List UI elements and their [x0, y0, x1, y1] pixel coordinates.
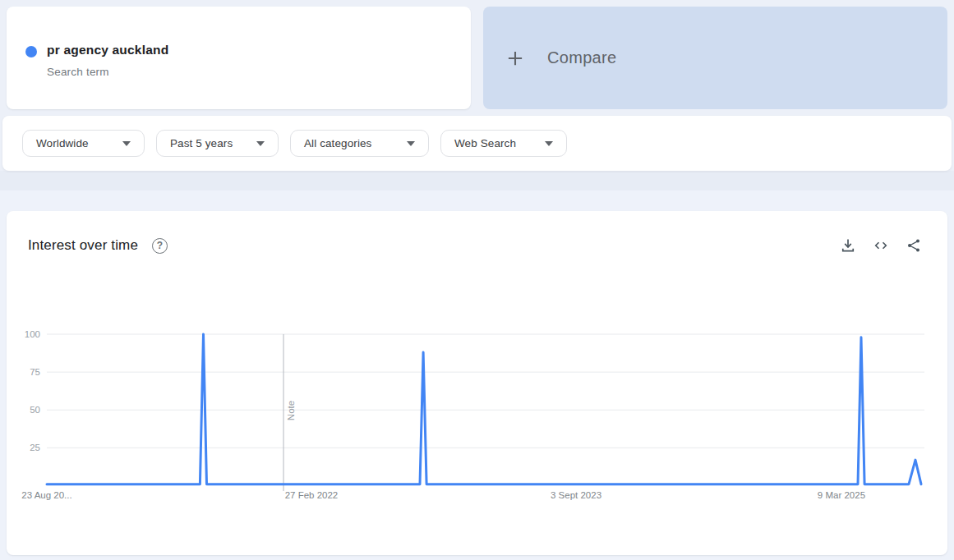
- chevron-down-icon: [407, 141, 415, 146]
- x-axis-label: 23 Aug 20...: [21, 490, 71, 500]
- google-trends-page: { "term_card": { "term": "pr agency auck…: [0, 0, 954, 560]
- chevron-down-icon: [545, 141, 553, 146]
- trend-line: [47, 334, 921, 484]
- share-button[interactable]: [906, 237, 922, 254]
- download-csv-button[interactable]: [840, 237, 856, 254]
- category-filter-label: All categories: [304, 137, 371, 149]
- note-label: Note: [286, 401, 296, 420]
- category-filter-dropdown[interactable]: All categories: [290, 130, 429, 157]
- download-icon: [840, 237, 856, 254]
- search-term-card[interactable]: pr agency auckland Search term: [7, 7, 471, 109]
- y-axis-label: 25: [30, 443, 40, 452]
- embed-button[interactable]: [873, 237, 889, 254]
- interest-over-time-card: Interest over time ? 25507510023: [7, 211, 947, 555]
- plus-icon: [505, 48, 526, 69]
- share-icon: [906, 237, 922, 254]
- y-axis-label: 50: [30, 405, 40, 415]
- chart-canvas[interactable]: 25507510023 Aug 20...27 Feb 20223 Sept 2…: [7, 211, 947, 555]
- add-comparison-card[interactable]: Compare: [483, 7, 947, 109]
- geo-filter-label: Worldwide: [36, 137, 89, 149]
- x-axis-label: 3 Sept 2023: [551, 490, 601, 500]
- time-filter-label: Past 5 years: [170, 137, 233, 149]
- geo-filter-dropdown[interactable]: Worldwide: [22, 130, 145, 157]
- compare-label: Compare: [547, 48, 616, 67]
- x-axis-label: 27 Feb 2022: [285, 490, 339, 500]
- chevron-down-icon: [122, 141, 131, 146]
- help-icon[interactable]: ?: [152, 238, 168, 254]
- x-axis-label: 9 Mar 2025: [818, 490, 865, 500]
- y-axis-label: 100: [25, 329, 40, 339]
- embed-code-icon: [873, 237, 889, 254]
- chart-title: Interest over time: [28, 237, 138, 254]
- search-term-text: pr agency auckland: [47, 43, 168, 57]
- filter-bar: Worldwide Past 5 years All categories We…: [2, 116, 952, 171]
- search-type-filter-label: Web Search: [454, 137, 516, 149]
- time-filter-dropdown[interactable]: Past 5 years: [156, 130, 279, 157]
- search-term-type: Search term: [47, 66, 109, 78]
- y-axis-label: 75: [30, 367, 40, 377]
- search-type-filter-dropdown[interactable]: Web Search: [440, 130, 567, 157]
- chevron-down-icon: [256, 141, 265, 146]
- series-color-dot: [25, 46, 37, 57]
